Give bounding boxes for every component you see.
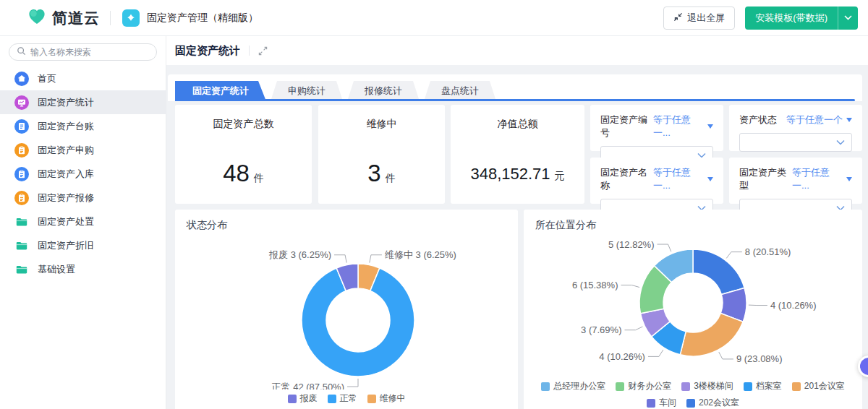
sidebar-item-固定资产入库[interactable]: 固定资产入库 — [0, 162, 166, 186]
chart-title: 所在位置分布 — [535, 219, 851, 232]
tab-固定资产统计[interactable]: 固定资产统计 — [175, 81, 266, 101]
label-leader-line — [347, 379, 358, 387]
chevron-down-icon — [836, 139, 845, 145]
legend-item-报废[interactable]: 报废 — [288, 392, 318, 405]
slice-label: 4 (10.26%) — [599, 351, 645, 362]
stat-unit: 件 — [386, 172, 396, 184]
label-leader-line — [624, 327, 642, 330]
filter-field-label: 资产状态 — [739, 113, 777, 126]
sidebar-item-label: 固定资产报修 — [38, 191, 94, 204]
brand[interactable]: 简道云 — [27, 7, 100, 29]
filter-card-固定资产编号: 固定资产编号 等于任意一... — [590, 105, 723, 151]
legend-item-201会议室[interactable]: 201会议室 — [792, 380, 845, 392]
caret-down-icon — [707, 124, 713, 129]
filter-operator[interactable]: 等于任意一... — [792, 166, 852, 192]
legend-label: 维修中 — [380, 392, 406, 405]
sidebar-item-固定资产折旧[interactable]: 固定资产折旧 — [0, 233, 166, 257]
filter-select[interactable] — [739, 133, 852, 152]
search-input[interactable] — [30, 47, 146, 57]
tab-申购统计[interactable]: 申购统计 — [271, 81, 343, 101]
sidebar-item-固定资产台账[interactable]: 固定资产台账 — [0, 114, 166, 138]
legend-label: 总经理办公室 — [553, 380, 605, 392]
donut-slice-201会议室[interactable] — [680, 314, 743, 356]
legend-label: 档案室 — [756, 380, 782, 392]
sidebar-item-固定资产处置[interactable]: 固定资产处置 — [0, 210, 166, 233]
filter-card-固定资产名称: 固定资产名称 等于任意一... — [590, 158, 723, 204]
topbar-divider — [110, 11, 111, 25]
legend-item-正常[interactable]: 正常 — [328, 392, 357, 405]
legend-item-3楼楼梯间[interactable]: 3楼楼梯间 — [681, 380, 733, 392]
legend-item-总经理办公室[interactable]: 总经理办公室 — [541, 380, 605, 392]
search-icon — [17, 46, 26, 59]
sidebar-item-首页[interactable]: 首页 — [0, 66, 166, 90]
legend-swatch-icon — [367, 395, 376, 403]
install-template-caret[interactable] — [838, 7, 858, 30]
filter-operator[interactable]: 等于任意一... — [653, 113, 713, 139]
location-donut-chart: 8 (20.51%)4 (10.26%)9 (23.08%)4 (10.26%)… — [535, 232, 851, 377]
slice-label: 8 (20.51%) — [745, 246, 791, 257]
label-leader-line — [334, 255, 346, 263]
sidebar-item-label: 首页 — [38, 72, 56, 85]
folder-icon — [14, 262, 29, 277]
install-template-button[interactable]: 安装模板(带数据) — [745, 7, 838, 30]
filter-operator[interactable]: 等于任意一个 — [786, 113, 852, 126]
legend-swatch-icon — [681, 382, 690, 391]
dashboard-icon — [14, 95, 29, 110]
legend-swatch-icon — [328, 395, 336, 403]
sidebar-item-固定资产报修[interactable]: 固定资产报修 — [0, 186, 166, 210]
sidebar-item-固定资产申购[interactable]: 固定资产申购 — [0, 138, 166, 162]
filter-card-固定资产类型: 固定资产类型 等于任意一... — [729, 158, 862, 204]
tab-bar: 固定资产统计申购统计报修统计盘点统计 — [168, 74, 862, 101]
sidebar-item-基础设置[interactable]: 基础设置 — [0, 257, 166, 281]
legend-label: 202会议室 — [699, 397, 739, 409]
sidebar-menu: 首页固定资产统计固定资产台账固定资产申购固定资产入库固定资产报修固定资产处置固定… — [0, 66, 166, 281]
tab-盘点统计[interactable]: 盘点统计 — [424, 81, 496, 101]
legend-item-车间[interactable]: 车间 — [647, 397, 676, 409]
label-leader-line — [658, 244, 671, 251]
folder-icon — [14, 215, 29, 229]
page-header: 固定资产统计 — [166, 36, 868, 65]
topbar: 简道云 固定资产管理（精细版） 退出全屏 安装模板(带数据) — [0, 0, 868, 36]
stat-value: 3 — [367, 160, 380, 186]
sidebar-item-固定资产统计[interactable]: 固定资产统计 — [0, 90, 166, 114]
legend-swatch-icon — [616, 382, 624, 391]
slice-label: 3 (7.69%) — [581, 324, 621, 335]
legend-item-档案室[interactable]: 档案室 — [744, 380, 782, 392]
legend-item-财务办公室[interactable]: 财务办公室 — [616, 380, 671, 392]
stat-card-repairing: 维修中 3件 — [318, 105, 445, 204]
legend-item-202会议室[interactable]: 202会议室 — [686, 397, 739, 409]
label-leader-line — [621, 285, 639, 288]
slice-label: 9 (23.08%) — [736, 353, 783, 364]
filter-field-label: 固定资产类型 — [739, 166, 792, 192]
install-template-split-button[interactable]: 安装模板(带数据) — [745, 7, 858, 30]
jiandaoyun-logo-icon — [27, 7, 46, 29]
home-icon — [14, 72, 29, 86]
exit-fullscreen-icon — [673, 12, 683, 24]
filter-field-label: 固定资产名称 — [600, 166, 653, 192]
sidebar-item-label: 固定资产统计 — [38, 96, 94, 109]
chart-card-location: 所在位置分布 8 (20.51%)4 (10.26%)9 (23.08%)4 (… — [524, 210, 862, 409]
sidebar-search[interactable] — [9, 43, 157, 61]
clipboard-icon — [14, 191, 29, 205]
sidebar-item-label: 固定资产处置 — [38, 215, 94, 228]
tab-报修统计[interactable]: 报修统计 — [347, 81, 420, 101]
sidebar-item-label: 固定资产入库 — [38, 168, 94, 181]
legend-swatch-icon — [647, 399, 655, 408]
legend-label: 报废 — [300, 392, 318, 405]
donut-slice-202会议室[interactable] — [693, 249, 744, 295]
app-name: 固定资产管理（精细版） — [147, 12, 258, 25]
expand-fullscreen-icon[interactable] — [258, 46, 268, 56]
stat-title: 固定资产总数 — [175, 118, 312, 131]
label-leader-line — [726, 252, 742, 259]
exit-fullscreen-button[interactable]: 退出全屏 — [663, 7, 735, 30]
legend-swatch-icon — [541, 382, 550, 391]
filter-operator[interactable]: 等于任意一... — [653, 166, 713, 192]
clipboard-icon — [14, 143, 29, 158]
legend-item-维修中[interactable]: 维修中 — [367, 392, 406, 405]
legend-swatch-icon — [744, 382, 752, 391]
document-icon — [14, 119, 29, 134]
filter-card-资产状态: 资产状态 等于任意一个 — [729, 105, 862, 151]
slice-label: 5 (12.82%) — [608, 239, 655, 250]
page-header-divider — [249, 46, 250, 56]
label-leader-line — [370, 255, 382, 263]
